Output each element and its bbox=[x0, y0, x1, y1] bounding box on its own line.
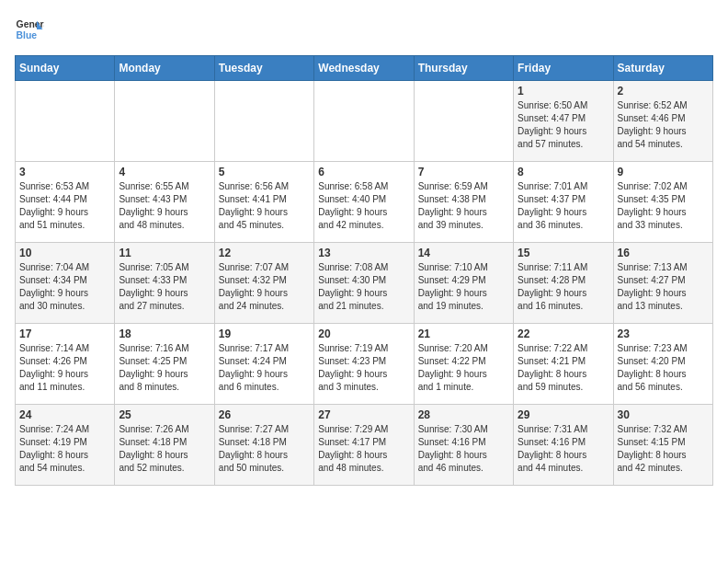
calendar-cell: 23Sunrise: 7:23 AM Sunset: 4:20 PM Dayli… bbox=[613, 324, 712, 405]
day-number: 6 bbox=[318, 166, 409, 178]
calendar-cell: 18Sunrise: 7:16 AM Sunset: 4:25 PM Dayli… bbox=[115, 324, 214, 405]
calendar-cell: 1Sunrise: 6:50 AM Sunset: 4:47 PM Daylig… bbox=[514, 81, 613, 162]
calendar-body: 1Sunrise: 6:50 AM Sunset: 4:47 PM Daylig… bbox=[16, 81, 713, 486]
day-info: Sunrise: 6:50 AM Sunset: 4:47 PM Dayligh… bbox=[518, 99, 609, 151]
day-number: 20 bbox=[318, 327, 409, 340]
day-number: 13 bbox=[318, 247, 409, 259]
calendar-cell: 4Sunrise: 6:55 AM Sunset: 4:43 PM Daylig… bbox=[115, 162, 214, 243]
day-number: 26 bbox=[219, 408, 310, 421]
day-number: 3 bbox=[19, 166, 110, 178]
day-number: 27 bbox=[318, 408, 409, 421]
day-info: Sunrise: 7:29 AM Sunset: 4:17 PM Dayligh… bbox=[318, 423, 409, 475]
day-info: Sunrise: 7:22 AM Sunset: 4:21 PM Dayligh… bbox=[518, 342, 609, 394]
day-info: Sunrise: 7:11 AM Sunset: 4:28 PM Dayligh… bbox=[518, 261, 609, 313]
calendar-cell: 14Sunrise: 7:10 AM Sunset: 4:29 PM Dayli… bbox=[414, 243, 513, 324]
calendar-week-row: 10Sunrise: 7:04 AM Sunset: 4:34 PM Dayli… bbox=[16, 243, 713, 324]
day-info: Sunrise: 7:01 AM Sunset: 4:37 PM Dayligh… bbox=[518, 180, 609, 232]
calendar-cell: 5Sunrise: 6:56 AM Sunset: 4:41 PM Daylig… bbox=[214, 162, 313, 243]
day-number: 1 bbox=[518, 85, 609, 98]
day-of-week-header: Wednesday bbox=[314, 56, 414, 81]
calendar-cell: 10Sunrise: 7:04 AM Sunset: 4:34 PM Dayli… bbox=[16, 243, 115, 324]
logo-icon: General Blue bbox=[15, 15, 44, 44]
day-info: Sunrise: 6:55 AM Sunset: 4:43 PM Dayligh… bbox=[119, 180, 210, 232]
day-number: 14 bbox=[418, 247, 509, 259]
logo: General Blue bbox=[15, 15, 44, 44]
day-number: 23 bbox=[618, 327, 709, 340]
calendar-cell: 28Sunrise: 7:30 AM Sunset: 4:16 PM Dayli… bbox=[414, 405, 513, 486]
day-of-week-header: Friday bbox=[514, 56, 613, 81]
day-of-week-header: Monday bbox=[115, 56, 214, 81]
calendar-cell: 6Sunrise: 6:58 AM Sunset: 4:40 PM Daylig… bbox=[314, 162, 414, 243]
day-info: Sunrise: 7:19 AM Sunset: 4:23 PM Dayligh… bbox=[318, 342, 409, 394]
calendar-cell: 27Sunrise: 7:29 AM Sunset: 4:17 PM Dayli… bbox=[314, 405, 414, 486]
day-info: Sunrise: 7:32 AM Sunset: 4:15 PM Dayligh… bbox=[618, 423, 709, 475]
calendar-week-row: 24Sunrise: 7:24 AM Sunset: 4:19 PM Dayli… bbox=[16, 405, 713, 486]
calendar-cell: 3Sunrise: 6:53 AM Sunset: 4:44 PM Daylig… bbox=[16, 162, 115, 243]
day-info: Sunrise: 7:31 AM Sunset: 4:16 PM Dayligh… bbox=[518, 423, 609, 475]
calendar-cell bbox=[314, 81, 414, 162]
calendar-cell: 13Sunrise: 7:08 AM Sunset: 4:30 PM Dayli… bbox=[314, 243, 414, 324]
calendar-cell bbox=[115, 81, 214, 162]
day-of-week-header: Sunday bbox=[16, 56, 115, 81]
day-info: Sunrise: 6:52 AM Sunset: 4:46 PM Dayligh… bbox=[618, 99, 709, 151]
day-info: Sunrise: 7:27 AM Sunset: 4:18 PM Dayligh… bbox=[219, 423, 310, 475]
day-number: 4 bbox=[119, 166, 210, 178]
calendar-cell: 11Sunrise: 7:05 AM Sunset: 4:33 PM Dayli… bbox=[115, 243, 214, 324]
day-info: Sunrise: 6:58 AM Sunset: 4:40 PM Dayligh… bbox=[318, 180, 409, 232]
calendar-header-row: SundayMondayTuesdayWednesdayThursdayFrid… bbox=[16, 56, 713, 81]
day-info: Sunrise: 7:14 AM Sunset: 4:26 PM Dayligh… bbox=[19, 342, 110, 394]
calendar-cell: 30Sunrise: 7:32 AM Sunset: 4:15 PM Dayli… bbox=[613, 405, 712, 486]
calendar-cell: 22Sunrise: 7:22 AM Sunset: 4:21 PM Dayli… bbox=[514, 324, 613, 405]
calendar-table: SundayMondayTuesdayWednesdayThursdayFrid… bbox=[15, 55, 713, 486]
calendar-cell: 20Sunrise: 7:19 AM Sunset: 4:23 PM Dayli… bbox=[314, 324, 414, 405]
day-number: 29 bbox=[518, 408, 609, 421]
day-info: Sunrise: 7:17 AM Sunset: 4:24 PM Dayligh… bbox=[219, 342, 310, 394]
calendar-cell: 2Sunrise: 6:52 AM Sunset: 4:46 PM Daylig… bbox=[613, 81, 712, 162]
calendar-cell bbox=[16, 81, 115, 162]
day-number: 9 bbox=[618, 166, 709, 178]
calendar-cell: 21Sunrise: 7:20 AM Sunset: 4:22 PM Dayli… bbox=[414, 324, 513, 405]
day-number: 8 bbox=[518, 166, 609, 178]
page-header: General Blue bbox=[15, 15, 713, 44]
calendar-week-row: 3Sunrise: 6:53 AM Sunset: 4:44 PM Daylig… bbox=[16, 162, 713, 243]
day-info: Sunrise: 6:56 AM Sunset: 4:41 PM Dayligh… bbox=[219, 180, 310, 232]
day-info: Sunrise: 7:30 AM Sunset: 4:16 PM Dayligh… bbox=[418, 423, 509, 475]
day-number: 7 bbox=[418, 166, 509, 178]
calendar-cell: 25Sunrise: 7:26 AM Sunset: 4:18 PM Dayli… bbox=[115, 405, 214, 486]
day-number: 16 bbox=[618, 247, 709, 259]
day-info: Sunrise: 7:05 AM Sunset: 4:33 PM Dayligh… bbox=[119, 261, 210, 313]
day-number: 15 bbox=[518, 247, 609, 259]
calendar-cell: 9Sunrise: 7:02 AM Sunset: 4:35 PM Daylig… bbox=[613, 162, 712, 243]
calendar-cell: 17Sunrise: 7:14 AM Sunset: 4:26 PM Dayli… bbox=[16, 324, 115, 405]
day-of-week-header: Thursday bbox=[414, 56, 513, 81]
svg-text:Blue: Blue bbox=[17, 30, 38, 40]
day-number: 24 bbox=[19, 408, 110, 421]
day-number: 28 bbox=[418, 408, 509, 421]
day-of-week-header: Tuesday bbox=[214, 56, 313, 81]
day-number: 18 bbox=[119, 327, 210, 340]
day-info: Sunrise: 6:59 AM Sunset: 4:38 PM Dayligh… bbox=[418, 180, 509, 232]
calendar-cell: 15Sunrise: 7:11 AM Sunset: 4:28 PM Dayli… bbox=[514, 243, 613, 324]
day-info: Sunrise: 7:26 AM Sunset: 4:18 PM Dayligh… bbox=[119, 423, 210, 475]
calendar-cell: 29Sunrise: 7:31 AM Sunset: 4:16 PM Dayli… bbox=[514, 405, 613, 486]
day-info: Sunrise: 7:07 AM Sunset: 4:32 PM Dayligh… bbox=[219, 261, 310, 313]
day-info: Sunrise: 7:02 AM Sunset: 4:35 PM Dayligh… bbox=[618, 180, 709, 232]
calendar-cell: 12Sunrise: 7:07 AM Sunset: 4:32 PM Dayli… bbox=[214, 243, 313, 324]
day-number: 10 bbox=[19, 247, 110, 259]
calendar-week-row: 17Sunrise: 7:14 AM Sunset: 4:26 PM Dayli… bbox=[16, 324, 713, 405]
day-number: 25 bbox=[119, 408, 210, 421]
day-info: Sunrise: 7:13 AM Sunset: 4:27 PM Dayligh… bbox=[618, 261, 709, 313]
day-info: Sunrise: 7:20 AM Sunset: 4:22 PM Dayligh… bbox=[418, 342, 509, 394]
day-number: 22 bbox=[518, 327, 609, 340]
day-info: Sunrise: 7:08 AM Sunset: 4:30 PM Dayligh… bbox=[318, 261, 409, 313]
calendar-cell bbox=[414, 81, 513, 162]
day-number: 17 bbox=[19, 327, 110, 340]
calendar-cell bbox=[214, 81, 313, 162]
calendar-cell: 24Sunrise: 7:24 AM Sunset: 4:19 PM Dayli… bbox=[16, 405, 115, 486]
day-of-week-header: Saturday bbox=[613, 56, 712, 81]
calendar-cell: 26Sunrise: 7:27 AM Sunset: 4:18 PM Dayli… bbox=[214, 405, 313, 486]
day-info: Sunrise: 7:04 AM Sunset: 4:34 PM Dayligh… bbox=[19, 261, 110, 313]
day-number: 21 bbox=[418, 327, 509, 340]
calendar-cell: 16Sunrise: 7:13 AM Sunset: 4:27 PM Dayli… bbox=[613, 243, 712, 324]
day-number: 19 bbox=[219, 327, 310, 340]
